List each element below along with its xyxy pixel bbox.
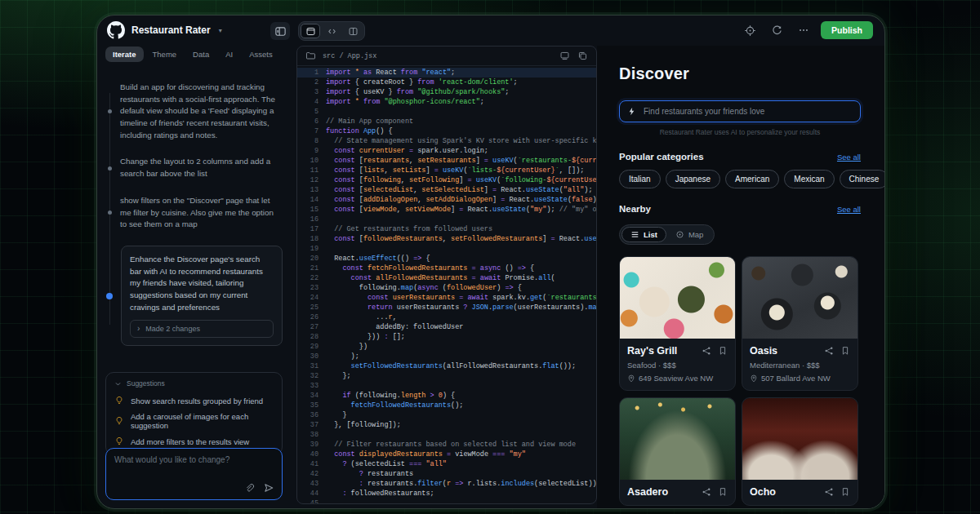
editor-header-actions	[559, 51, 588, 61]
view-mode-switcher	[298, 21, 365, 41]
restaurant-card[interactable]: Asadero	[619, 397, 736, 506]
restaurant-photo	[742, 257, 858, 339]
list-map-toggle: List Map	[619, 224, 715, 245]
code-line: 9 const currentUser = spark.user.login;	[297, 146, 596, 156]
line-number: 37	[297, 420, 326, 430]
code-editor[interactable]: src / App.jsx 1import * as React from "r…	[296, 46, 597, 504]
list-view-button[interactable]: List	[621, 227, 666, 242]
file-breadcrumb[interactable]: src / App.jsx	[323, 52, 553, 60]
publish-button[interactable]: Publish	[821, 21, 873, 39]
chat-input[interactable]	[106, 449, 282, 480]
sidebar-toggle-button[interactable]	[270, 22, 290, 40]
made-changes-button[interactable]: ›Made 2 changes	[130, 320, 274, 338]
code-line: 27 addedBy: followedUser	[297, 322, 596, 332]
tab-data[interactable]: Data	[185, 47, 216, 62]
tab-theme[interactable]: Theme	[145, 47, 185, 62]
split-layout-icon	[348, 26, 359, 37]
code-surface[interactable]: 1import * as React from "react";2import …	[297, 66, 596, 504]
suggestion-item[interactable]: Add a carousel of images for each sugges…	[114, 409, 274, 433]
share-icon[interactable]	[702, 487, 711, 497]
preview-view-button[interactable]	[301, 24, 320, 38]
app-preview: Discover Restaurant Rater uses AI to per…	[597, 46, 884, 508]
restaurant-photo	[742, 398, 858, 480]
crosshair-icon	[744, 24, 756, 37]
line-number: 16	[297, 215, 326, 224]
line-number: 2	[297, 78, 326, 87]
code-line: 20 React.useEffect(() => {	[297, 254, 596, 264]
popular-categories-title: Popular categories	[619, 152, 704, 162]
search-input[interactable]	[642, 106, 853, 117]
bookmark-icon[interactable]	[840, 487, 850, 497]
code-line: 29 })	[297, 342, 596, 352]
attach-icon[interactable]	[244, 483, 255, 494]
suggestion-item[interactable]: Add more filters to the results view	[114, 433, 274, 450]
line-number: 39	[297, 440, 326, 450]
code-view-button[interactable]	[322, 24, 341, 38]
restaurant-card[interactable]: OasisMediterranean · $$$507 Ballard Ave …	[742, 256, 858, 391]
bookmark-icon[interactable]	[840, 346, 850, 356]
chat-message-text: Build an app for discovering and trackin…	[120, 82, 282, 141]
line-number: 28	[297, 332, 326, 342]
code-line: 44 : followedRestaurants;	[297, 489, 596, 498]
restaurant-card[interactable]: Ocho	[742, 397, 858, 506]
ellipsis-icon	[798, 24, 809, 36]
line-number: 34	[297, 391, 326, 401]
split-view-button[interactable]	[343, 24, 363, 38]
line-number: 23	[297, 283, 326, 293]
map-view-button[interactable]: Map	[666, 227, 712, 242]
category-chip-japanese[interactable]: Japanese	[666, 170, 720, 188]
tab-iterate[interactable]: Iterate	[105, 47, 144, 62]
share-icon[interactable]	[824, 487, 834, 497]
copy-icon[interactable]	[577, 51, 588, 61]
chevron-down-icon	[114, 380, 122, 388]
category-chip-mexican[interactable]: Mexican	[784, 170, 834, 188]
bookmark-icon[interactable]	[718, 487, 728, 497]
spark-app-window: Restaurant Rater ▾	[96, 15, 885, 509]
target-button[interactable]	[740, 21, 760, 39]
app-brand[interactable]: Restaurant Rater ▾	[107, 21, 222, 39]
restaurant-card[interactable]: Ray's GrillSeafood · $$$649 Seaview Ave …	[619, 256, 736, 391]
browser-icon	[305, 26, 316, 37]
code-line: 30 );	[297, 352, 596, 361]
code-line: 23 following.map(async (followedUser) =>…	[297, 283, 596, 293]
see-all-nearby-link[interactable]: See all	[837, 205, 861, 214]
send-icon[interactable]	[263, 482, 274, 494]
code-icon	[327, 26, 337, 37]
chat-message-text: Change the layout to 2 columns and add a…	[120, 156, 282, 179]
location-pin-icon	[750, 374, 758, 383]
suggestions-header[interactable]: Suggestions	[114, 379, 274, 388]
suggestion-text: Add a carousel of images for each sugges…	[131, 412, 274, 430]
refresh-button[interactable]	[767, 21, 786, 39]
category-chip-chinese[interactable]: Chinese	[840, 170, 885, 188]
code-line: 34 if (following.length > 0) {	[297, 391, 596, 401]
bookmark-icon[interactable]	[718, 346, 728, 356]
code-line: 33	[297, 381, 596, 391]
line-number: 20	[297, 254, 326, 264]
code-line: 25 return userRestaurants ? JSON.parse(u…	[297, 303, 596, 312]
refresh-icon	[771, 24, 783, 37]
line-number: 45	[297, 498, 326, 504]
share-icon[interactable]	[702, 346, 711, 356]
category-chip-american[interactable]: American	[725, 170, 779, 188]
line-number: 3	[297, 87, 326, 97]
see-all-popular-link[interactable]: See all	[837, 153, 861, 162]
restaurant-name: Ray's Grill	[627, 345, 677, 357]
share-icon[interactable]	[824, 346, 834, 356]
tab-assets[interactable]: Assets	[242, 47, 280, 62]
chat-message: Enhance the Discover page's search bar w…	[105, 246, 283, 346]
code-line: 8 // State management using Spark's KV s…	[297, 136, 596, 146]
more-menu-button[interactable]	[794, 21, 813, 39]
top-bar: Restaurant Rater ▾	[97, 16, 884, 46]
category-chip-italian[interactable]: Italian	[619, 170, 661, 188]
line-number: 14	[297, 195, 326, 205]
code-line: 45	[297, 498, 596, 504]
code-line: 7function App() {	[297, 126, 596, 136]
line-number: 25	[297, 303, 326, 312]
tab-ai[interactable]: AI	[218, 47, 240, 62]
suggestion-item[interactable]: Show search results grouped by friend	[114, 392, 274, 409]
code-line: 35 fetchFollowedRestaurants();	[297, 401, 596, 410]
chevron-down-icon[interactable]: ▾	[219, 27, 222, 34]
window-icon[interactable]	[559, 51, 570, 61]
restaurant-grid: Ray's GrillSeafood · $$$649 Seaview Ave …	[619, 256, 861, 506]
restaurant-photo	[620, 257, 735, 339]
